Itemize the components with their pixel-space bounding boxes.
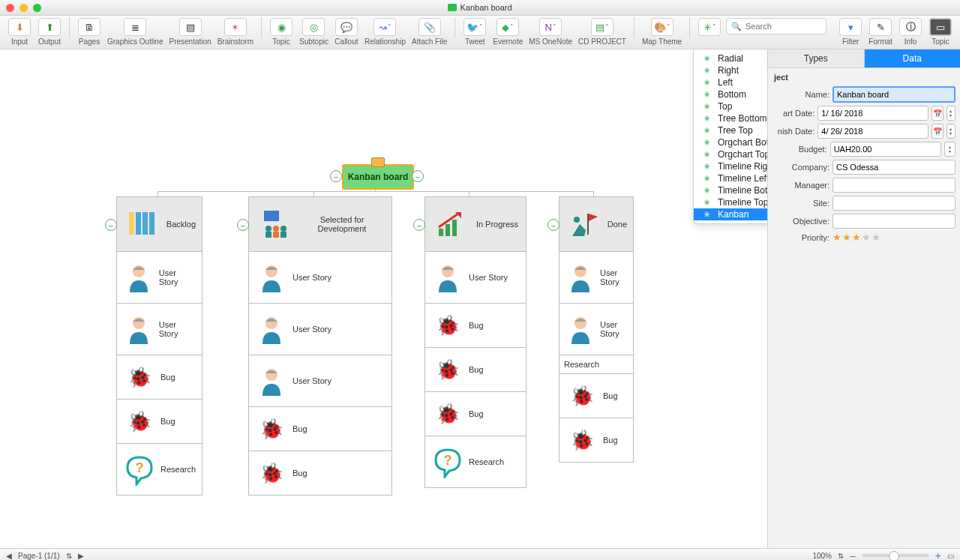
start-date-input[interactable] — [818, 106, 928, 121]
card[interactable]: 🐞Bug — [424, 392, 526, 436]
window-zoom-button[interactable] — [33, 4, 41, 12]
root-topic[interactable]: Kanban board — [342, 164, 414, 190]
card[interactable]: User Story — [248, 304, 392, 355]
evernote-button[interactable]: ◆˅Evernote — [490, 16, 526, 46]
collapse-inprogress[interactable]: – — [413, 219, 425, 231]
tab-types[interactable]: Types — [768, 49, 865, 67]
finish-date-input[interactable] — [818, 124, 928, 139]
filter-button[interactable]: ▾Filter — [836, 16, 866, 46]
collapse-backlog[interactable]: – — [105, 219, 117, 231]
card[interactable]: 🐞Bug — [248, 451, 392, 496]
layout-menu-item[interactable]: ✳Tree Bottom — [694, 112, 767, 124]
column-inprogress[interactable]: In ProgressUser Story🐞Bug🐞Bug🐞Bug?Resear… — [424, 196, 526, 488]
window-close-button[interactable] — [6, 4, 14, 12]
layout-menu-item[interactable]: ✳Timeline Left — [694, 172, 767, 184]
layout-menu-item[interactable]: ✳Bottom — [694, 88, 767, 100]
tab-data[interactable]: Data — [865, 49, 961, 67]
page-indicator[interactable]: Page-1 (1/1) — [18, 552, 60, 560]
column-selected[interactable]: Selected for DevelopmentUser StoryUser S… — [248, 196, 392, 496]
card-research-header[interactable]: Research — [559, 355, 634, 374]
page-stepper[interactable]: ⇅ — [66, 552, 72, 560]
layout-menu-item[interactable]: ✳Top — [694, 100, 767, 112]
collapse-selected[interactable]: – — [237, 219, 249, 231]
column-header[interactable]: Done — [559, 196, 634, 252]
layout-menu-item[interactable]: ✳Orgchart Bottom — [694, 136, 767, 148]
map-theme-button[interactable]: 🎨˅Map Theme — [639, 16, 685, 46]
layout-menu-item[interactable]: ✳Timeline Right — [694, 160, 767, 172]
company-input[interactable] — [832, 160, 956, 175]
prev-page-button[interactable]: ◀ — [6, 552, 12, 560]
layout-menu-item[interactable]: ✳Timeline Bottom — [694, 184, 767, 196]
column-header[interactable]: Selected for Development — [248, 196, 392, 252]
card[interactable]: User Story — [248, 252, 392, 304]
card[interactable]: 🐞Bug — [424, 304, 526, 348]
input-button[interactable]: ⬇Input — [4, 16, 34, 46]
next-page-button[interactable]: ▶ — [78, 552, 84, 560]
graphics-outline-button[interactable]: ≣Graphics Outline — [104, 16, 166, 46]
tweet-button[interactable]: 🐦˅Tweet — [460, 16, 490, 46]
collapse-done[interactable]: – — [548, 219, 560, 231]
cd-project-button[interactable]: ▤˅CD PROJECT — [575, 16, 629, 46]
name-input[interactable] — [832, 86, 956, 103]
column-done[interactable]: DoneUser StoryUser StoryResearch🐞Bug🐞Bug — [559, 196, 634, 463]
output-button[interactable]: ⬆Output — [34, 16, 64, 46]
card[interactable]: 🐞Bug — [559, 374, 634, 418]
layout-menu-item[interactable]: ✳Kanban — [694, 208, 767, 220]
card[interactable]: ?Research — [424, 436, 526, 488]
zoom-out-button[interactable]: – — [850, 550, 856, 560]
column-header[interactable]: Backlog — [116, 196, 202, 252]
layout-menu-item[interactable]: ✳Tree Top — [694, 124, 767, 136]
manager-input[interactable] — [832, 178, 956, 193]
card[interactable]: User Story — [559, 252, 634, 304]
layout-menu-item[interactable]: ✳Right — [694, 64, 767, 76]
objective-input[interactable] — [832, 214, 956, 229]
column-backlog[interactable]: BacklogUser StoryUser Story🐞Bug🐞Bug?Rese… — [116, 196, 202, 496]
layout-dropdown-button[interactable]: ✳˅ — [694, 16, 724, 46]
card[interactable]: 🐞Bug — [559, 418, 634, 463]
presentation-button[interactable]: ▧Presentation — [166, 16, 214, 46]
topic-panel-button[interactable]: ▭Topic — [926, 16, 956, 46]
collapse-handle-left[interactable]: – — [330, 170, 342, 182]
pages-button[interactable]: 🗎Pages — [74, 16, 104, 46]
zoom-in-button[interactable]: + — [935, 550, 941, 560]
priority-stars[interactable]: ★★★★★ — [832, 232, 881, 243]
finish-date-spinner[interactable] — [946, 124, 956, 139]
window-minimize-button[interactable] — [20, 4, 28, 12]
card[interactable]: User Story — [248, 355, 392, 407]
card[interactable]: User Story — [559, 304, 634, 355]
budget-input[interactable] — [830, 142, 941, 157]
collapse-handle-right[interactable]: – — [412, 170, 424, 182]
card[interactable]: 🐞Bug — [116, 355, 202, 400]
zoom-stepper[interactable]: ⇅ — [838, 552, 844, 560]
brainstorm-button[interactable]: ✶Brainstorm — [214, 16, 256, 46]
site-input[interactable] — [832, 196, 956, 211]
card[interactable]: User Story — [116, 252, 202, 304]
budget-spinner[interactable] — [944, 142, 956, 157]
column-header[interactable]: In Progress — [424, 196, 526, 252]
relationship-button[interactable]: ↝˅Relationship — [362, 16, 409, 46]
layout-menu-item[interactable]: ✳Left — [694, 76, 767, 88]
layout-menu-item[interactable]: ✳Radial — [694, 52, 767, 64]
callout-button[interactable]: 💬Callout — [332, 16, 362, 46]
layout-menu-item[interactable]: ✳Timeline Top — [694, 196, 767, 208]
subtopic-button[interactable]: ◎Subtopic — [296, 16, 332, 46]
card[interactable]: User Story — [116, 304, 202, 355]
card[interactable]: 🐞Bug — [424, 348, 526, 392]
canvas[interactable]: Kanban board – – BacklogUser StoryUser S… — [0, 49, 767, 548]
finish-date-calendar-button[interactable]: 📅 — [932, 124, 943, 139]
start-date-spinner[interactable] — [946, 106, 956, 121]
start-date-calendar-button[interactable]: 📅 — [932, 106, 943, 121]
card[interactable]: 🐞Bug — [116, 400, 202, 444]
card[interactable]: ?Research — [116, 444, 202, 496]
layout-menu-item[interactable]: ✳Orgchart Top — [694, 148, 767, 160]
topic-button[interactable]: ◉Topic — [266, 16, 296, 46]
format-button[interactable]: ✎Format — [866, 16, 896, 46]
onenote-button[interactable]: N˅MS OneNote — [526, 16, 575, 46]
fit-button[interactable]: ▭ — [947, 552, 954, 560]
zoom-slider[interactable] — [862, 554, 929, 557]
card[interactable]: User Story — [424, 252, 526, 304]
info-button[interactable]: ⓘInfo — [896, 16, 926, 46]
search-field[interactable]: 🔍 — [726, 18, 826, 34]
attach-file-button[interactable]: 📎Attach File — [409, 16, 450, 46]
search-input[interactable] — [744, 21, 821, 31]
